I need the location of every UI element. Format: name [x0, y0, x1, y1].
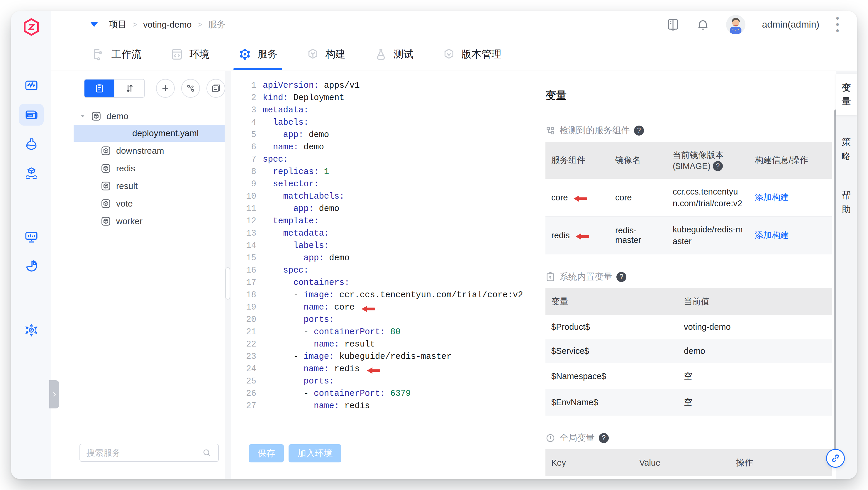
tab-test[interactable]: 测试	[372, 38, 415, 70]
code-line: 3metadata:	[237, 104, 523, 116]
breadcrumb: 项目 > voting-demo > 服务	[90, 19, 226, 30]
clipboard-icon	[94, 83, 104, 93]
tree-item-selected[interactable]: deployment.yaml	[73, 125, 225, 142]
tree-item-redis[interactable]: redis	[73, 160, 225, 177]
kebab-icon[interactable]: •••	[836, 15, 839, 34]
code-line: 11 app: demo	[237, 203, 523, 215]
tab-service[interactable]: 服务	[236, 38, 279, 70]
value-cell: demo	[678, 339, 832, 363]
right-tab-2[interactable]: 策略	[836, 128, 857, 170]
code-line: 9 selector:	[237, 178, 523, 191]
service-tree: demodeployment.yamldownstreamredisresult…	[73, 108, 225, 230]
join-env-button[interactable]: 加入环境	[288, 444, 341, 462]
caret-down-icon[interactable]	[80, 113, 86, 119]
line-content: apiVersion: apps/v1	[263, 80, 360, 92]
content-area: demodeployment.yamldownstreamredisresult…	[51, 71, 857, 479]
line-number: 12	[237, 215, 256, 227]
question-badge-icon[interactable]: ?	[616, 272, 626, 282]
code-line: 4 labels:	[237, 116, 523, 129]
tab-workflow[interactable]: 工作流	[90, 38, 143, 70]
editor-actions: 保存 加入环境	[249, 444, 341, 462]
builtins-section-header: 系统内置变量 ?	[546, 271, 847, 283]
arrow-left-red-icon	[574, 194, 587, 201]
version-icon	[442, 48, 456, 61]
share-link-button[interactable]	[826, 449, 845, 468]
add-service-button[interactable]	[156, 79, 175, 98]
code-line: 23 - image: kubeguide/redis-master	[237, 351, 523, 363]
tree-root-demo[interactable]: demo	[73, 108, 225, 125]
question-badge-icon[interactable]: ?	[634, 125, 644, 136]
branch-icon	[186, 83, 195, 93]
right-tab-1[interactable]: 变量	[836, 74, 857, 115]
sidebar-item-hosts[interactable]	[19, 226, 44, 248]
header-actions: admin(admin) •••	[666, 15, 839, 34]
service-cube-icon	[91, 111, 102, 122]
search-input[interactable]	[87, 448, 202, 458]
sidebar-item-settings[interactable]	[19, 319, 44, 341]
docs-icon[interactable]	[666, 18, 680, 31]
tree-scrollbar-thumb[interactable]	[225, 267, 230, 299]
view-toggle	[84, 79, 145, 98]
tree-item-vote[interactable]: vote	[73, 195, 225, 212]
sidebar-collapse-handle[interactable]	[49, 380, 59, 408]
breadcrumb-project-name[interactable]: voting-demo	[143, 20, 191, 30]
tab-version[interactable]: 版本管理	[440, 38, 503, 70]
sort-toggle[interactable]	[114, 80, 144, 97]
tree-item-downstream[interactable]: downstream	[73, 142, 225, 159]
list-view-toggle[interactable]	[85, 80, 114, 97]
line-content: matchLabels:	[263, 191, 344, 203]
line-number: 3	[237, 104, 256, 116]
line-content: containers:	[263, 277, 349, 289]
project-dropdown-caret-icon[interactable]	[90, 22, 98, 27]
sidebar-item-delivery[interactable]	[19, 163, 44, 184]
code-line: 20 ports:	[237, 314, 523, 326]
sidebar-item-dashboard[interactable]	[19, 75, 44, 96]
add-build-link[interactable]: 添加构建	[755, 230, 789, 240]
question-badge-icon[interactable]: ?	[599, 433, 609, 443]
line-number: 22	[237, 338, 256, 351]
variable-cell: $Product$	[546, 315, 678, 339]
tree-item-worker[interactable]: worker	[73, 213, 225, 230]
left-nav-rail: PM	[11, 11, 51, 479]
avatar[interactable]	[726, 15, 745, 34]
line-content: spec:	[263, 264, 309, 277]
builtins-section-title: 系统内置变量	[559, 271, 612, 283]
app-window: PM 项目 > voting-demo > 服务	[11, 11, 857, 479]
table-row: redisredis-masterkubeguide/redis-master添…	[546, 217, 832, 254]
line-number: 18	[237, 289, 256, 301]
tree-item-label: vote	[116, 199, 133, 209]
tab-build[interactable]: 构建	[304, 38, 347, 70]
code-line: 17 containers:	[237, 277, 523, 289]
code-line: 6 name: demo	[237, 141, 523, 153]
question-badge-icon[interactable]: ?	[713, 161, 723, 171]
save-button[interactable]: 保存	[249, 444, 284, 462]
chevron-right-icon	[51, 391, 58, 398]
build-action-cell: 添加构建	[749, 217, 832, 254]
globals-section-title: 全局变量	[559, 432, 595, 444]
add-build-link[interactable]: 添加构建	[755, 193, 789, 202]
username[interactable]: admin(admin)	[762, 19, 819, 30]
tree-item-label: downstream	[116, 146, 164, 156]
line-content: labels:	[263, 116, 309, 129]
right-tab-3[interactable]: 帮助	[836, 182, 857, 223]
bell-icon[interactable]	[696, 18, 710, 31]
variable-cell: $Service$	[546, 339, 678, 363]
yaml-editor-panel[interactable]: 1apiVersion: apps/v12kind: Deployment3me…	[237, 71, 558, 479]
env-icon	[170, 48, 184, 61]
import-from-repo-button[interactable]	[181, 79, 200, 98]
breadcrumb-projects[interactable]: 项目	[109, 19, 127, 30]
zadig-logo-icon[interactable]	[22, 18, 41, 36]
code-line: 26 - containerPort: 6379	[237, 387, 523, 400]
line-number: 4	[237, 116, 256, 129]
tree-item-result[interactable]: result	[73, 177, 225, 195]
build-icon	[306, 48, 320, 61]
sidebar-item-test-flask[interactable]	[19, 133, 44, 155]
tab-env[interactable]: 环境	[168, 38, 211, 70]
template-button[interactable]	[207, 79, 225, 98]
sidebar-item-insight[interactable]	[19, 255, 44, 277]
board-icon	[546, 272, 555, 282]
line-content: metadata:	[263, 227, 329, 240]
yaml-code[interactable]: 1apiVersion: apps/v12kind: Deployment3me…	[237, 80, 523, 412]
code-line: 8 replicas: 1	[237, 166, 523, 178]
sidebar-item-projects[interactable]: PM	[19, 104, 44, 125]
